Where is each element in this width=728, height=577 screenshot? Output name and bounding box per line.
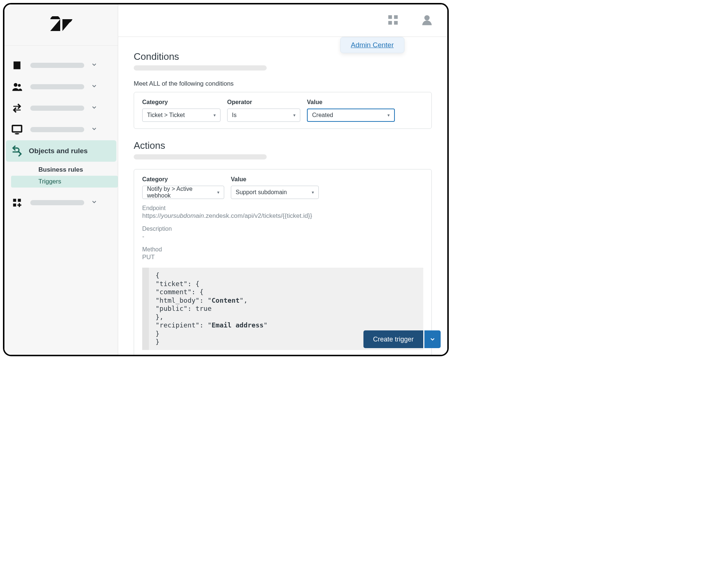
chevron-down-icon <box>91 199 98 207</box>
description-value: - <box>142 233 423 240</box>
main-area: Admin Center Conditions Meet ALL of the … <box>118 4 447 355</box>
select-value: Notify by > Active webhook <box>147 186 217 199</box>
chevron-down-icon <box>91 61 98 69</box>
admin-center-link[interactable]: Admin Center <box>351 41 394 49</box>
building-icon <box>10 59 24 72</box>
chevron-down-icon <box>429 336 436 343</box>
products-grid-icon[interactable] <box>387 14 399 28</box>
placeholder-bar <box>30 200 84 205</box>
admin-center-popover: Admin Center <box>340 37 404 53</box>
method-value: PUT <box>142 254 423 261</box>
svg-rect-8 <box>13 203 16 206</box>
people-icon <box>10 80 24 93</box>
method-label: Method <box>142 246 423 253</box>
condition-category-select[interactable]: Ticket > Ticket ▾ <box>142 109 221 122</box>
svg-marker-0 <box>50 19 60 31</box>
actions-heading: Actions <box>134 140 432 151</box>
user-avatar-icon[interactable] <box>421 14 433 28</box>
chevron-down-icon <box>91 83 98 91</box>
sidebar-nav: Objects and rules Business rules Trigger… <box>4 46 118 213</box>
svg-rect-9 <box>388 15 392 19</box>
sidebar: Objects and rules Business rules Trigger… <box>4 4 118 355</box>
placeholder-bar <box>30 106 84 111</box>
app-frame: Objects and rules Business rules Trigger… <box>3 3 449 356</box>
endpoint-label: Endpoint <box>142 205 423 212</box>
action-category-label: Category <box>142 176 224 183</box>
select-value: Is <box>232 112 236 119</box>
endpoint-subdomain: yoursubdomain <box>161 212 204 219</box>
actions-panel: Category Notify by > Active webhook ▾ Va… <box>134 169 432 355</box>
placeholder-bar <box>134 65 267 71</box>
apps-plus-icon <box>10 196 24 209</box>
svg-marker-1 <box>62 19 72 31</box>
endpoint-rest: .zendesk.com/api/v2/tickets/{{ticket.id}… <box>204 212 312 219</box>
action-category-select[interactable]: Notify by > Active webhook ▾ <box>142 186 224 199</box>
sidebar-item-people[interactable] <box>4 76 118 97</box>
condition-operator-label: Operator <box>227 99 300 106</box>
action-value-select[interactable]: Support subdomain ▾ <box>231 186 319 199</box>
routing-icon <box>10 144 24 158</box>
chevron-down-icon: ▾ <box>387 113 390 118</box>
endpoint-value: https://yoursubdomain.zendesk.com/api/v2… <box>142 212 423 220</box>
chevron-down-icon <box>91 126 98 134</box>
svg-rect-4 <box>13 126 22 132</box>
placeholder-bar <box>30 127 84 132</box>
svg-rect-7 <box>18 199 21 202</box>
svg-point-3 <box>18 84 21 87</box>
svg-rect-10 <box>394 15 398 19</box>
topbar <box>118 4 447 37</box>
svg-rect-11 <box>388 21 392 24</box>
placeholder-bar <box>134 154 267 159</box>
svg-rect-12 <box>394 21 398 24</box>
svg-point-13 <box>424 15 430 20</box>
action-value-label: Value <box>231 176 319 183</box>
conditions-meet-all-label: Meet ALL of the following conditions <box>134 80 432 87</box>
placeholder-bar <box>30 63 84 68</box>
sidebar-item-label: Objects and rules <box>29 147 112 155</box>
sidebar-item-account[interactable] <box>4 55 118 76</box>
logo-container <box>4 4 118 46</box>
condition-value-label: Value <box>307 99 395 106</box>
description-label: Description <box>142 226 423 232</box>
endpoint-prefix: https:// <box>142 212 161 219</box>
create-trigger-button[interactable]: Create trigger <box>363 330 423 348</box>
condition-operator-select[interactable]: Is ▾ <box>227 109 300 122</box>
svg-point-2 <box>14 83 17 87</box>
conditions-panel: Category Ticket > Ticket ▾ Operator Is ▾ <box>134 92 432 129</box>
condition-value-select[interactable]: Created ▾ <box>307 109 395 122</box>
content-scroll[interactable]: Conditions Meet ALL of the following con… <box>118 37 447 355</box>
chevron-down-icon: ▾ <box>213 113 216 118</box>
subnav-item-triggers[interactable]: Triggers <box>11 176 118 188</box>
sidebar-subnav: Business rules Triggers <box>4 162 118 190</box>
svg-point-5 <box>15 133 20 134</box>
chevron-down-icon <box>91 104 98 112</box>
select-value: Ticket > Ticket <box>147 112 185 119</box>
arrows-icon <box>10 102 24 115</box>
subnav-header[interactable]: Business rules <box>38 164 118 176</box>
monitor-icon <box>10 123 24 136</box>
condition-category-label: Category <box>142 99 221 106</box>
sidebar-item-workspaces[interactable] <box>4 119 118 140</box>
placeholder-bar <box>30 84 84 89</box>
sidebar-item-channels[interactable] <box>4 97 118 119</box>
svg-rect-6 <box>13 199 16 202</box>
chevron-down-icon: ▾ <box>217 190 219 195</box>
footer-actions: Create trigger <box>363 330 441 348</box>
zendesk-logo-icon <box>50 16 72 34</box>
select-value: Created <box>312 112 333 119</box>
select-value: Support subdomain <box>236 189 287 196</box>
create-trigger-dropdown-button[interactable] <box>424 330 441 348</box>
sidebar-item-objects-rules[interactable]: Objects and rules <box>6 140 116 162</box>
chevron-down-icon: ▾ <box>312 190 314 195</box>
sidebar-item-apps[interactable] <box>4 192 118 213</box>
chevron-down-icon: ▾ <box>293 113 295 118</box>
